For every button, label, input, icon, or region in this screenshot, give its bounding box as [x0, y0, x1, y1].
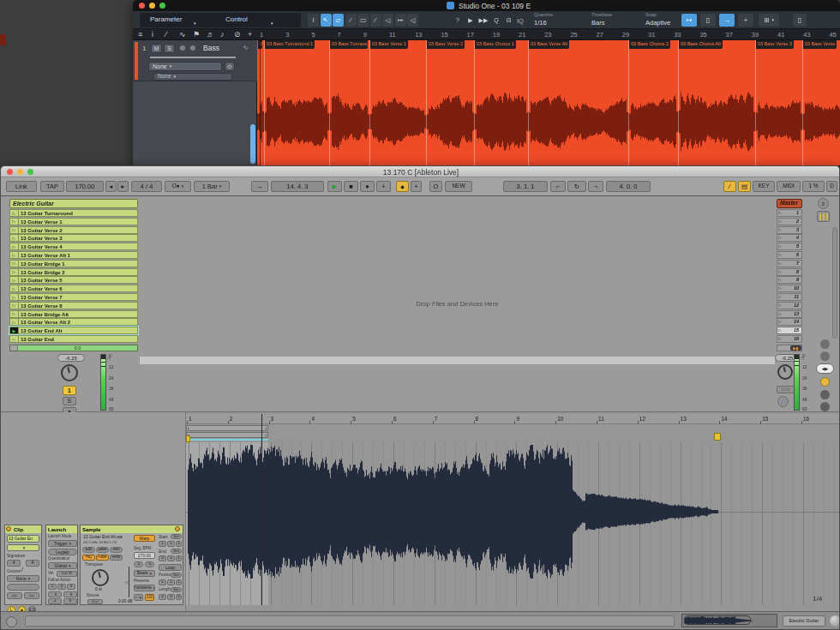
scene-launch-icon[interactable]: ▷: [778, 328, 782, 333]
parameter-caret-icon[interactable]: [191, 21, 196, 26]
master-stop-row[interactable]: ▶▮: [777, 345, 802, 351]
scene-launch-icon[interactable]: ▷: [778, 337, 782, 341]
launch-mode-chooser[interactable]: Trigger: [48, 540, 77, 547]
ab-titlebar[interactable]: 13 170 C [Ableton Live]: [1, 166, 840, 177]
length-beats[interactable]: 0: [167, 594, 175, 600]
view-toggle-2[interactable]: [820, 351, 830, 361]
gain-slider-handle-icon[interactable]: ◁: [124, 580, 128, 585]
loop-switch-button[interactable]: ↻: [567, 181, 586, 192]
scene-launch-icon[interactable]: ▷: [778, 261, 782, 266]
scene-launch-icon[interactable]: ▷: [778, 219, 782, 224]
tool-button-8[interactable]: ◁: [407, 14, 418, 27]
scene-launch-icon[interactable]: ▷: [778, 312, 782, 316]
aux-tool-button-3[interactable]: Q: [490, 14, 502, 27]
clip-color-chooser[interactable]: [7, 544, 39, 551]
start-beats[interactable]: 1: [167, 541, 175, 547]
tool-button-1[interactable]: ↖: [321, 14, 332, 27]
capture-new-button[interactable]: NEW: [445, 181, 472, 192]
gain-slider[interactable]: [129, 567, 129, 597]
mute-button[interactable]: M: [151, 44, 162, 53]
clip-slot[interactable]: ▷13 Guitar Turnaround: [9, 209, 138, 217]
timebase-value[interactable]: Bars: [591, 20, 609, 27]
track-name[interactable]: Bass: [203, 45, 219, 52]
double-tempo-button[interactable]: *2: [145, 561, 154, 567]
start-bars[interactable]: 1: [159, 541, 166, 547]
draw-mode-button[interactable]: ∕: [723, 181, 736, 192]
loop-length-field[interactable]: 4. 0. 0: [606, 181, 651, 192]
scene-slot[interactable]: ▷8: [777, 268, 802, 276]
close-icon[interactable]: [139, 3, 145, 9]
clip-launch-button[interactable]: ▷: [10, 311, 19, 317]
position-bars[interactable]: 1: [159, 579, 166, 585]
toolbar-toggle-3[interactable]: +: [738, 14, 753, 27]
loop-start-end-handle-icon[interactable]: ◂: [265, 427, 267, 430]
end-bars[interactable]: 3: [159, 555, 166, 561]
start-set-button[interactable]: Set: [171, 534, 182, 539]
clip-slot[interactable]: ▷13 Guitar Bridge 1: [9, 260, 138, 267]
control-caret-icon[interactable]: [268, 21, 273, 26]
solo-button[interactable]: S: [164, 44, 175, 53]
ruler-toolbar-icon-1[interactable]: i: [152, 31, 153, 39]
clip-launch-button[interactable]: ▷: [10, 277, 19, 283]
grid-menu-button[interactable]: ⊞: [759, 14, 779, 27]
end-sixteenths[interactable]: 1: [176, 555, 182, 561]
warp-marker-14[interactable]: [714, 433, 721, 441]
track-header-electric-guitar[interactable]: Electric Guitar: [9, 199, 138, 208]
tool-button-6[interactable]: ◁: [382, 14, 393, 27]
transient-loop-mode-chooser[interactable]: ♪: [134, 594, 143, 601]
scene-launch-icon[interactable]: ▷: [778, 320, 782, 324]
seg-bpm-field[interactable]: 170.00: [134, 552, 155, 559]
splitter-button[interactable]: ▯: [793, 14, 807, 27]
nudge-down-button[interactable]: ◂: [105, 181, 117, 192]
snap-value[interactable]: Adaptive: [645, 20, 675, 27]
scene-slot[interactable]: ▷3: [777, 226, 802, 234]
clip-name-tag[interactable]: 03 Bass Verse 2: [427, 40, 465, 49]
hiq-button[interactable]: HiQ: [82, 555, 95, 561]
ruler-toolbar-icon-0[interactable]: ≡: [138, 31, 142, 39]
clip-launch-button[interactable]: ▷: [10, 285, 19, 291]
length-set-button[interactable]: Set: [171, 587, 182, 592]
tempo-field[interactable]: 170.00: [66, 181, 104, 192]
scene-launch-icon[interactable]: ▷: [778, 228, 782, 232]
s1-ruler[interactable]: ≡i∕∿⚑♬♪⊘+1357911131517192123252729313335…: [133, 29, 840, 40]
clip-slot[interactable]: ▷13 Guitar Verse 6: [9, 285, 138, 292]
automation-arm-button[interactable]: ◆: [396, 181, 409, 192]
s1-playhead[interactable]: [260, 40, 261, 165]
follow-time-sixteenths[interactable]: 0: [67, 584, 75, 590]
transient-envelope-field[interactable]: 100: [145, 594, 154, 601]
scene-slot[interactable]: ▷7: [777, 260, 802, 267]
clip-name-tag[interactable]: 03 Bass Chorus 2: [629, 40, 670, 49]
punch-out-button[interactable]: ¬: [588, 181, 603, 192]
clip-launch-button[interactable]: ▷: [10, 319, 19, 325]
length-bars[interactable]: 2: [159, 594, 166, 600]
nudge-up-button[interactable]: ▸: [117, 181, 129, 192]
follow-chance-a[interactable]: 1: [48, 598, 62, 604]
scene-slot[interactable]: ▷12: [777, 302, 802, 309]
clip-name-field[interactable]: 13 Guitar En: [7, 535, 39, 543]
clip-name-tag[interactable]: 03 Bass Chorus Alt: [679, 40, 723, 49]
loop-start-handle-icon[interactable]: ▸: [188, 427, 189, 430]
insert-gear-button[interactable]: ⊙: [225, 62, 235, 71]
clip-slot[interactable]: ▷13 Guitar End: [9, 335, 138, 343]
ruler-toolbar-icon-8[interactable]: +: [248, 31, 252, 39]
clip-launch-button[interactable]: ▷: [10, 243, 19, 249]
tool-button-3[interactable]: ∕: [345, 14, 357, 27]
end-beats[interactable]: 1: [167, 555, 175, 561]
tool-button-0[interactable]: I: [308, 14, 319, 27]
nudge-forward-button[interactable]: >>: [24, 592, 39, 599]
arrangement-position-field[interactable]: 14. 4. 3: [271, 181, 324, 192]
nudge-back-button[interactable]: <<: [7, 592, 22, 599]
position-set-button[interactable]: Set: [171, 573, 182, 578]
clip-name-tag[interactable]: 03 Bass Verse 1: [370, 40, 408, 49]
follow-time-beats[interactable]: 0: [57, 584, 66, 590]
scene-launch-icon[interactable]: ▷: [778, 211, 782, 215]
loop-start-field[interactable]: 3. 1. 1: [503, 181, 548, 192]
insert-marker-playhead[interactable]: [261, 414, 262, 605]
view-toggle-5[interactable]: [820, 402, 830, 411]
clip-box-header[interactable]: Clip: [5, 525, 41, 533]
loop-button[interactable]: Loop: [159, 564, 182, 571]
clip-slot[interactable]: ▷13 Guitar Verse Alt 2: [9, 318, 138, 326]
clip-slot[interactable]: ▷13 Guitar Bridge Alt: [9, 310, 138, 318]
aux-tool-button-2[interactable]: ▶▶: [477, 14, 489, 27]
iq-label[interactable]: IQ: [517, 18, 524, 25]
